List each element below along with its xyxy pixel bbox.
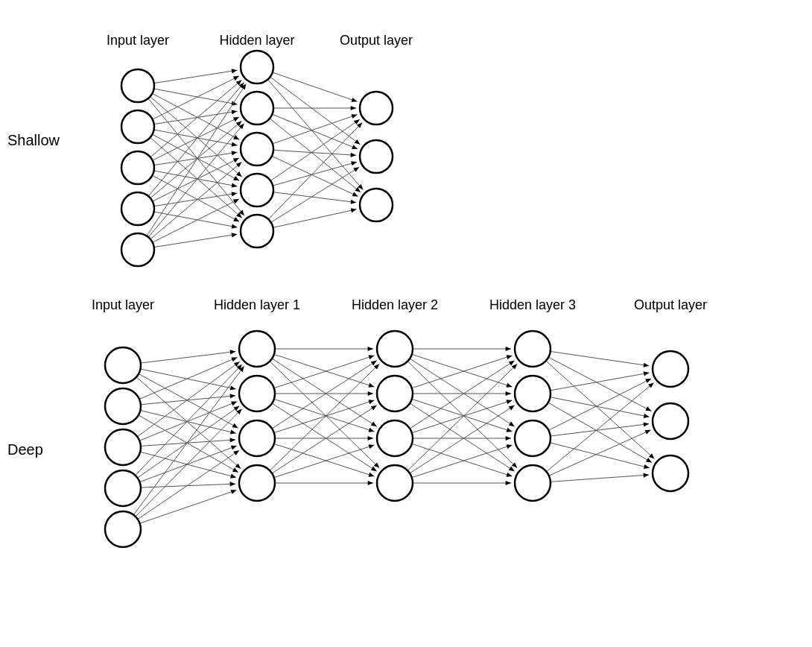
neural-network-diagram <box>0 0 812 647</box>
